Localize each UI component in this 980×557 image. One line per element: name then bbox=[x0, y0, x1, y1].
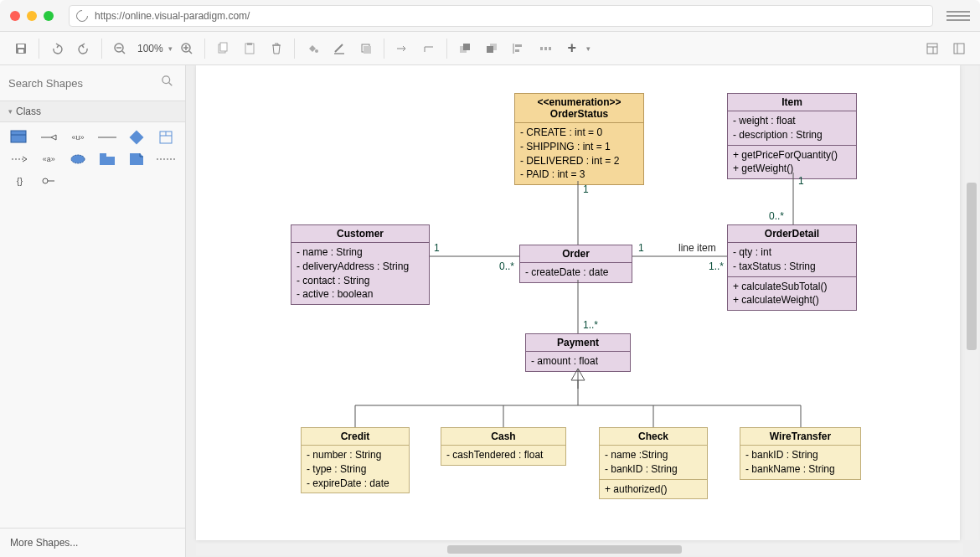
shape-dashed-icon[interactable] bbox=[157, 152, 175, 166]
toolbar: 100% ▾ + ▾ bbox=[0, 32, 980, 65]
svg-rect-27 bbox=[544, 47, 547, 50]
zoom-in-button[interactable] bbox=[174, 37, 199, 60]
horizontal-scrollbar[interactable] bbox=[196, 544, 963, 555]
shape-collaboration-icon[interactable] bbox=[69, 152, 87, 166]
class-customer[interactable]: Customer - name : String - deliveryAddre… bbox=[291, 224, 430, 305]
distribute-button[interactable] bbox=[533, 37, 558, 60]
format-panel-button[interactable] bbox=[920, 37, 945, 60]
svg-rect-32 bbox=[954, 44, 964, 54]
panel-class-header[interactable]: Class bbox=[0, 101, 185, 122]
shadow-button[interactable] bbox=[353, 37, 379, 60]
svg-point-45 bbox=[71, 155, 85, 163]
class-credit[interactable]: Credit - number : String - type : String… bbox=[301, 427, 410, 493]
canvas-area: <<enumeration>> OrderStatus - CREATE : i… bbox=[186, 65, 980, 557]
svg-rect-2 bbox=[18, 49, 23, 53]
shape-abstraction-icon[interactable]: «a» bbox=[39, 152, 58, 166]
svg-rect-40 bbox=[129, 131, 143, 145]
svg-text:1: 1 bbox=[434, 242, 440, 254]
svg-text:line item: line item bbox=[678, 242, 716, 254]
search-input[interactable] bbox=[8, 72, 177, 94]
add-button[interactable]: + bbox=[560, 37, 585, 60]
menu-icon[interactable] bbox=[946, 6, 970, 26]
svg-rect-24 bbox=[515, 44, 522, 47]
stroke-button[interactable] bbox=[327, 37, 352, 60]
svg-text:0..*: 0..* bbox=[499, 260, 514, 272]
svg-line-35 bbox=[169, 83, 173, 86]
connector-orthogonal-button[interactable] bbox=[416, 37, 441, 60]
class-orderdetail[interactable]: OrderDetail - qty : int - taxStatus : St… bbox=[727, 224, 857, 311]
svg-line-4 bbox=[122, 51, 125, 54]
class-item[interactable]: Item - weight : float - description : St… bbox=[727, 93, 857, 179]
svg-line-7 bbox=[189, 51, 192, 54]
class-payment[interactable]: Payment - amount : float bbox=[525, 333, 631, 372]
toback-button[interactable] bbox=[479, 37, 504, 60]
url-text: https://online.visual-paradigm.com/ bbox=[95, 10, 250, 22]
more-shapes-button[interactable]: More Shapes... bbox=[0, 528, 185, 557]
shape-component-icon[interactable] bbox=[157, 131, 175, 144]
zoom-level[interactable]: 100% bbox=[134, 43, 167, 54]
redo-button[interactable] bbox=[71, 37, 96, 60]
svg-rect-29 bbox=[927, 44, 937, 54]
svg-rect-11 bbox=[220, 43, 227, 51]
vertical-scrollbar[interactable] bbox=[965, 65, 978, 540]
svg-rect-28 bbox=[549, 47, 551, 50]
outline-panel-button[interactable] bbox=[946, 37, 972, 60]
shape-constraint-icon[interactable]: {} bbox=[10, 174, 28, 188]
shape-generalization-icon[interactable] bbox=[39, 131, 58, 144]
sidebar: Class «u» «a» {} More Shapes... bbox=[0, 65, 186, 557]
svg-rect-15 bbox=[334, 53, 344, 54]
svg-rect-25 bbox=[515, 49, 519, 52]
minimize-icon[interactable] bbox=[27, 11, 37, 21]
shape-note-icon[interactable] bbox=[127, 152, 146, 166]
class-order[interactable]: Order - createDate : date bbox=[519, 245, 632, 283]
url-bar[interactable]: https://online.visual-paradigm.com/ bbox=[69, 5, 933, 27]
search-icon[interactable] bbox=[162, 75, 173, 87]
svg-text:1..*: 1..* bbox=[709, 260, 724, 272]
browser-chrome: https://online.visual-paradigm.com/ bbox=[0, 0, 980, 32]
window-controls bbox=[10, 11, 54, 21]
svg-text:0..*: 0..* bbox=[769, 210, 784, 222]
shape-class-icon[interactable] bbox=[10, 131, 28, 144]
svg-rect-17 bbox=[364, 46, 371, 54]
align-button[interactable] bbox=[506, 37, 531, 60]
shape-lollipop-icon[interactable] bbox=[39, 174, 58, 188]
copy-button[interactable] bbox=[210, 37, 235, 60]
svg-rect-26 bbox=[540, 47, 543, 50]
svg-point-34 bbox=[162, 76, 170, 84]
shape-dependency-icon[interactable] bbox=[10, 152, 28, 166]
svg-rect-36 bbox=[11, 131, 26, 142]
class-orderstatus[interactable]: <<enumeration>> OrderStatus - CREATE : i… bbox=[514, 93, 644, 185]
fill-button[interactable] bbox=[300, 37, 325, 60]
paste-button[interactable] bbox=[237, 37, 262, 60]
shape-palette: «u» «a» {} bbox=[0, 122, 185, 196]
shape-association-icon[interactable] bbox=[98, 131, 116, 144]
shape-package-icon[interactable] bbox=[98, 152, 116, 166]
diagram-canvas[interactable]: <<enumeration>> OrderStatus - CREATE : i… bbox=[196, 65, 960, 540]
maximize-icon[interactable] bbox=[44, 11, 54, 21]
undo-button[interactable] bbox=[44, 37, 70, 60]
svg-text:1..*: 1..* bbox=[583, 319, 598, 331]
add-dropdown-icon[interactable]: ▾ bbox=[586, 44, 591, 53]
svg-rect-13 bbox=[247, 43, 252, 45]
svg-text:1: 1 bbox=[638, 242, 644, 254]
zoom-dropdown-icon[interactable]: ▾ bbox=[168, 44, 173, 53]
class-cash[interactable]: Cash - cashTendered : float bbox=[441, 427, 566, 466]
svg-point-49 bbox=[43, 178, 48, 183]
shape-interface-icon[interactable] bbox=[127, 131, 146, 144]
svg-rect-47 bbox=[100, 153, 106, 157]
connector-straight-button[interactable] bbox=[389, 37, 415, 60]
zoom-out-button[interactable] bbox=[107, 37, 132, 60]
svg-rect-20 bbox=[463, 44, 470, 50]
class-wiretransfer[interactable]: WireTransfer - bankID : String - bankNam… bbox=[740, 427, 861, 480]
svg-rect-1 bbox=[18, 44, 24, 48]
delete-button[interactable] bbox=[264, 37, 289, 60]
tofront-button[interactable] bbox=[452, 37, 477, 60]
svg-rect-46 bbox=[100, 157, 115, 165]
close-icon[interactable] bbox=[10, 11, 20, 21]
class-check[interactable]: Check - name :String - bankID : String +… bbox=[599, 427, 708, 499]
shape-usage-icon[interactable]: «u» bbox=[69, 131, 87, 144]
save-button[interactable] bbox=[8, 37, 34, 60]
svg-point-14 bbox=[315, 49, 318, 53]
svg-rect-22 bbox=[487, 46, 493, 53]
reload-icon[interactable] bbox=[74, 8, 90, 24]
